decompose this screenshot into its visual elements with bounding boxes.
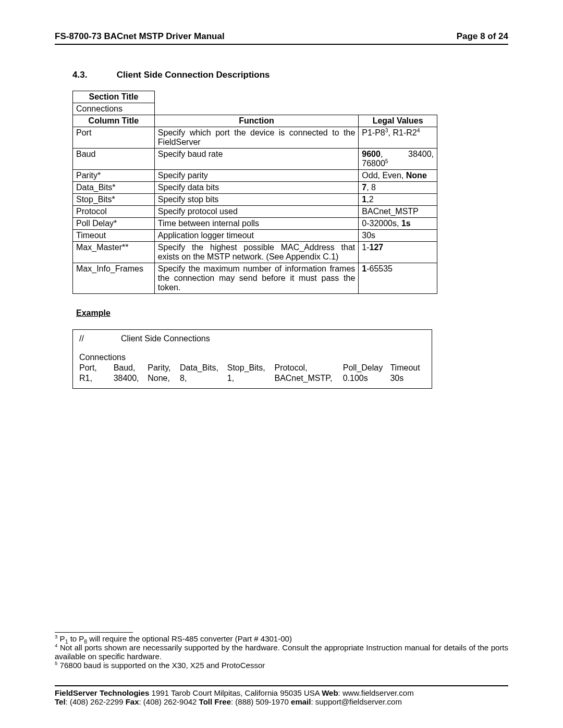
footer-fax: : (408) 262-9042 [139, 697, 199, 706]
footer-web-label: Web [322, 688, 338, 697]
th-section-title: Section Title [73, 91, 155, 103]
cell-title: Max_Info_Frames [73, 263, 155, 294]
ex-col: Protocol, [274, 363, 342, 373]
cell-func: Time between internal polls [154, 218, 358, 230]
ex-col: Parity, [148, 363, 180, 373]
cell-legal: 0-32000s, 1s [359, 218, 437, 230]
ex-col: Baud, [114, 363, 148, 373]
txt: , 8 [366, 183, 376, 192]
th-function: Function [154, 115, 358, 127]
table-row: Parity* Specify parity Odd, Even, None [73, 170, 437, 182]
cell-title: Protocol [73, 206, 155, 218]
section-number: 4.3. [72, 70, 114, 80]
ex-col: Poll_Delay [343, 363, 390, 373]
cell-legal: BACnet_MSTP [359, 206, 437, 218]
doc-title: FS-8700-73 BACnet MSTP Driver Manual [55, 31, 225, 42]
ex-val: 0.100s [343, 374, 390, 383]
th-legal: Legal Values [359, 115, 437, 127]
cell-legal: 1-127 [359, 242, 437, 263]
footer-tel-label: Tel [55, 697, 66, 706]
txt: Not all ports shown are necessarily supp… [55, 643, 508, 661]
cell-legal: 30s [359, 230, 437, 242]
example-label: Example [76, 309, 508, 318]
page-number: Page 8 of 24 [457, 31, 508, 42]
table-row: Baud Specify baud rate 9600, 38400, 7680… [73, 149, 437, 170]
footnote-4: 4 Not all ports shown are necessarily su… [55, 643, 508, 661]
footer-tollfree: : (888) 509-1970 [231, 697, 291, 706]
txt: 7 [362, 183, 366, 192]
footer-web: : www.fieldserver.com [338, 688, 414, 697]
cell-title: Poll Delay* [73, 218, 155, 230]
txt: Odd, Even, [362, 171, 406, 180]
example-comment: Client Side Connections [121, 334, 210, 343]
cell-title: Port [73, 127, 155, 149]
txt: P1-P8 [362, 128, 385, 137]
cell-func: Specify parity [154, 170, 358, 182]
txt: ,2 [366, 195, 373, 204]
txt: None [406, 171, 427, 180]
ex-col: Stop_Bits, [227, 363, 275, 373]
td-section-title-value: Connections [73, 103, 155, 115]
table-row: Timeout Application logger timeout 30s [73, 230, 437, 242]
cell-title: Max_Master** [73, 242, 155, 263]
ex-val: R1, [79, 374, 114, 383]
table-row: Max_Master** Specify the highest possibl… [73, 242, 437, 263]
ex-val: 38400, [114, 374, 148, 383]
cell-title: Stop_Bits* [73, 194, 155, 206]
table-row: Stop_Bits* Specify stop bits 1,2 [73, 194, 437, 206]
ex-val: 1, [227, 374, 275, 383]
footer-tel: : (408) 262-2299 [66, 697, 126, 706]
connection-table: Section Title Connections Column Title F… [72, 91, 437, 294]
example-values-row: R1, 38400, None, 8, 1, BACnet_MSTP, 0.10… [79, 374, 425, 383]
ex-val: None, [148, 374, 180, 383]
section-title-text: Client Side Connection Descriptions [117, 70, 270, 80]
table-row: Max_Info_Frames Specify the maximum numb… [73, 263, 437, 294]
footnote-separator [55, 632, 133, 633]
txt: -65535 [366, 264, 393, 273]
txt: 1 [362, 264, 366, 273]
section-heading: 4.3. Client Side Connection Descriptions [72, 70, 508, 80]
ex-col: Data_Bits, [180, 363, 227, 373]
footnote-3: 3 P1 to P8 will require the optional RS-… [55, 634, 508, 643]
table-row: Poll Delay* Time between internal polls … [73, 218, 437, 230]
txt: 9600 [362, 150, 381, 158]
txt: 1 [362, 195, 366, 204]
cell-func: Specify the maximum number of informatio… [154, 263, 358, 294]
cell-func: Specify which port the device is connect… [154, 127, 358, 149]
txt: 76800 baud is supported on the X30, X25 … [57, 661, 265, 670]
ex-val: 30s [390, 374, 425, 383]
table-row: Data_Bits* Specify data bits 7, 8 [73, 182, 437, 194]
cell-legal: 1,2 [359, 194, 437, 206]
sup: 5 [385, 158, 388, 164]
footer-company: FieldServer Technologies [55, 688, 149, 697]
cell-func: Specify the highest possible MAC_Address… [154, 242, 358, 263]
ex-col: Timeout [390, 363, 425, 373]
example-box: // Client Side Connections Connections P… [72, 329, 432, 389]
txt: P [57, 634, 65, 643]
footnotes: 3 P1 to P8 will require the optional RS-… [55, 632, 508, 670]
txt: 1s [401, 219, 411, 228]
txt: 0-32000s, [362, 219, 401, 228]
table-row: Port Specify which port the device is co… [73, 127, 437, 149]
txt: to P [68, 634, 84, 643]
sup: 4 [417, 128, 420, 133]
cell-title: Parity* [73, 170, 155, 182]
cell-func: Specify data bits [154, 182, 358, 194]
footer-fax-label: Fax [126, 697, 139, 706]
cell-func: Specify protocol used [154, 206, 358, 218]
cell-title: Baud [73, 149, 155, 170]
cell-legal: Odd, Even, None [359, 170, 437, 182]
cell-legal: P1-P83, R1-R24 [359, 127, 437, 149]
ex-val: 8, [180, 374, 227, 383]
txt: , R1-R2 [388, 128, 417, 137]
example-connections: Connections [79, 353, 425, 362]
footer-address: 1991 Tarob Court Milpitas, California 95… [149, 688, 322, 697]
cell-legal: 1-65535 [359, 263, 437, 294]
cell-func: Application logger timeout [154, 230, 358, 242]
ex-val: BACnet_MSTP, [274, 374, 342, 383]
cell-title: Timeout [73, 230, 155, 242]
txt: 1- [362, 243, 369, 252]
txt: will require the optional RS-485 convert… [87, 634, 292, 643]
cell-legal: 9600, 38400, 768005 [359, 149, 437, 170]
cell-title: Data_Bits* [73, 182, 155, 194]
